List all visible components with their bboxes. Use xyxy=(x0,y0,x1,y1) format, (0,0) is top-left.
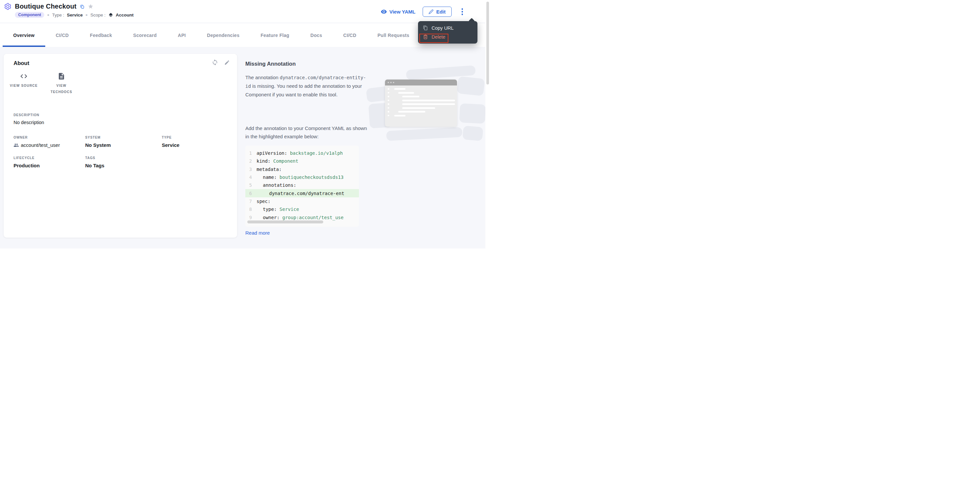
edit-button[interactable]: Edit xyxy=(423,6,451,17)
tab-pull-requests[interactable]: Pull Requests xyxy=(367,24,420,47)
kind-chip[interactable]: Component xyxy=(15,12,44,18)
type-field-value: Service xyxy=(162,142,179,148)
view-source-link[interactable]: VIEW SOURCE xyxy=(10,72,38,95)
about-card: About VIEW SOURCE VIEW TECHDOCS xyxy=(4,54,237,238)
edit-label: Edit xyxy=(436,9,445,14)
type-value: Service xyxy=(67,13,83,17)
missing-annotation-paragraph: The annotation dynatrace.com/dynatrace-e… xyxy=(245,73,368,98)
tags-label: TAGS xyxy=(85,156,104,160)
entity-tabs: OverviewCI/CDFeedbackScorecardAPIDepende… xyxy=(0,24,485,47)
tab-feature-flag[interactable]: Feature Flag xyxy=(250,24,300,47)
about-card-title: About xyxy=(14,60,29,66)
code-line-2: 2kind: Component xyxy=(245,157,359,165)
gear-icon xyxy=(4,3,11,10)
eye-icon xyxy=(381,9,387,15)
yaml-instruction-paragraph: Add the annotation to your Component YAM… xyxy=(245,124,368,141)
group-icon xyxy=(14,143,19,148)
code-line-5: 5annotations: xyxy=(245,181,359,189)
tab-feedback[interactable]: Feedback xyxy=(79,24,123,47)
code-line-4: 4name: boutiquecheckoutsdsds13 xyxy=(245,173,359,181)
tags-value: No Tags xyxy=(85,163,104,168)
system-value: No System xyxy=(85,142,111,148)
missing-annotation-title: Missing Annotation xyxy=(245,61,296,67)
menu-item-copy-url[interactable]: Copy URL xyxy=(418,24,477,32)
more-options-kebab-icon[interactable] xyxy=(459,6,466,17)
owner-value-link[interactable]: account/test_user xyxy=(14,142,60,148)
page-title: Boutique Checkout xyxy=(15,3,76,10)
description-label: DESCRIPTION xyxy=(14,113,44,117)
tab-api[interactable]: API xyxy=(167,24,196,47)
type-field-label: TYPE xyxy=(162,136,179,139)
type-label: Type : xyxy=(52,13,64,17)
tab-dependencies[interactable]: Dependencies xyxy=(196,24,250,47)
mini-window-titlebar xyxy=(385,79,457,86)
copy-title-icon[interactable] xyxy=(80,4,84,9)
empty-state-illustration xyxy=(366,64,489,145)
refresh-icon[interactable] xyxy=(212,59,218,66)
view-techdocs-link[interactable]: VIEW TECHDOCS xyxy=(47,72,76,95)
dot-separator: ● xyxy=(86,13,88,17)
scope-value: Account xyxy=(116,13,134,17)
edit-about-pencil-icon[interactable] xyxy=(224,59,230,66)
yaml-code-block: 1apiVersion: backstage.io/v1alph2kind: C… xyxy=(245,146,359,227)
layers-icon xyxy=(108,13,113,17)
copy-icon xyxy=(423,25,428,30)
tab-docs[interactable]: Docs xyxy=(300,24,332,47)
dot-separator: ● xyxy=(47,13,49,17)
page-scrollbar-track[interactable] xyxy=(485,0,490,249)
view-techdocs-label: VIEW TECHDOCS xyxy=(47,83,76,95)
system-label: SYSTEM xyxy=(85,136,111,139)
owner-label: OWNER xyxy=(14,136,60,139)
trash-icon xyxy=(423,34,428,39)
mini-browser-window xyxy=(385,79,457,127)
code-line-3: 3metadata: xyxy=(245,165,359,173)
description-value: No description xyxy=(14,120,44,125)
tab-overview[interactable]: Overview xyxy=(3,24,45,47)
docs-icon xyxy=(57,72,65,80)
more-options-menu: Copy URLDelete xyxy=(418,21,477,44)
code-line-7: 7spec: xyxy=(245,197,359,205)
page-scrollbar-thumb[interactable] xyxy=(486,2,489,84)
page-header: Boutique Checkout Component ● Type : Ser… xyxy=(0,0,485,23)
read-more-link[interactable]: Read more xyxy=(245,230,270,236)
pencil-icon xyxy=(429,9,434,14)
code-icon xyxy=(20,72,28,80)
star-icon[interactable] xyxy=(88,4,94,9)
view-yaml-label: View YAML xyxy=(389,9,415,14)
code-horizontal-scrollbar[interactable] xyxy=(247,221,323,224)
scope-label: Scope : xyxy=(91,13,106,17)
tab-ci-cd[interactable]: CI/CD xyxy=(333,24,367,47)
code-line-8: 8type: Service xyxy=(245,205,359,213)
code-line-1: 1apiVersion: backstage.io/v1alph xyxy=(245,149,359,157)
tab-scorecard[interactable]: Scorecard xyxy=(123,24,167,47)
code-line-6: 6dynatrace.com/dynatrace-ent xyxy=(245,189,359,197)
tab-ci-cd[interactable]: CI/CD xyxy=(45,24,80,47)
lifecycle-label: LIFECYCLE xyxy=(14,156,40,160)
view-source-label: VIEW SOURCE xyxy=(10,83,38,89)
lifecycle-value: Production xyxy=(14,163,40,168)
view-yaml-button[interactable]: View YAML xyxy=(381,9,415,15)
menu-item-delete[interactable]: Delete xyxy=(418,32,477,41)
